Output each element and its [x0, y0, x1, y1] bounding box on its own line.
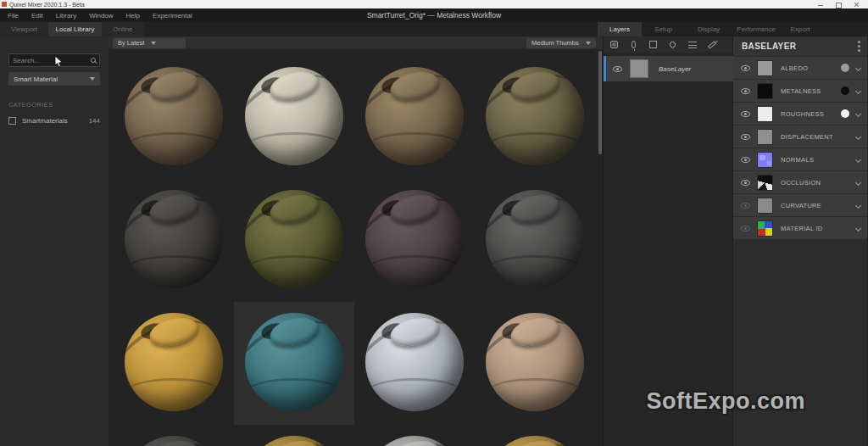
channel-row-occlusion[interactable]: OCCLUSION: [733, 171, 867, 193]
menu-file[interactable]: File: [8, 12, 19, 20]
channel-row-albedo[interactable]: ALBEDO: [733, 57, 867, 79]
visibility-eye-icon[interactable]: [741, 180, 750, 186]
chevron-down-icon[interactable]: [855, 225, 861, 231]
scrollbar-thumb[interactable]: [598, 51, 602, 154]
material-thumbnail[interactable]: [114, 302, 234, 425]
minimize-icon[interactable]: [818, 2, 824, 8]
layer-row-baselayer[interactable]: BaseLayer: [604, 56, 733, 81]
material-sphere-preview: [365, 67, 464, 165]
channel-panel: BASELAYER ALBEDO METALNESS ROUGHNESS: [732, 36, 867, 446]
droplet-icon[interactable]: [667, 39, 678, 50]
asset-type-value: Smart Material: [14, 75, 58, 83]
category-label: Smartmaterials: [22, 117, 68, 125]
category-item-smartmaterials[interactable]: Smartmaterials 144: [8, 117, 100, 125]
visibility-eye-icon[interactable]: [741, 111, 750, 117]
visibility-eye-icon[interactable]: [613, 66, 622, 72]
channel-label: NORMALS: [781, 156, 814, 164]
library-grid-panel: By Latest Medium Thumbs: [108, 36, 603, 446]
channel-row-roughness[interactable]: ROUGHNESS: [733, 103, 867, 125]
kebab-menu-icon[interactable]: [858, 41, 860, 52]
channel-color-swatch[interactable]: [841, 64, 849, 72]
channel-color-swatch[interactable]: [841, 86, 849, 95]
tab-export[interactable]: Export: [780, 22, 821, 36]
material-thumbnail[interactable]: [475, 179, 595, 302]
menu-edit[interactable]: Edit: [31, 12, 43, 20]
chevron-down-icon: [90, 77, 95, 81]
tab-performance[interactable]: Performance: [732, 22, 780, 36]
sort-value: By Latest: [118, 39, 144, 47]
material-sphere-preview: [125, 67, 223, 165]
chevron-down-icon: [586, 42, 591, 45]
menu-experimental[interactable]: Experimental: [153, 12, 192, 20]
paintbrush-icon[interactable]: [706, 39, 717, 50]
visibility-eye-icon[interactable]: [741, 88, 750, 94]
material-sphere-preview: [125, 436, 223, 446]
tab-local-library[interactable]: Local Library: [48, 22, 102, 36]
visibility-eye-icon[interactable]: [741, 157, 750, 163]
sort-dropdown[interactable]: By Latest: [113, 38, 186, 48]
material-sphere-preview: [245, 67, 343, 165]
channel-thumbnail: [757, 106, 773, 122]
channel-row-material-id[interactable]: MATERIAL ID: [733, 217, 867, 239]
material-thumbnail[interactable]: [114, 56, 234, 179]
thumb-size-dropdown[interactable]: Medium Thumbs: [526, 38, 596, 48]
chevron-down-icon[interactable]: [855, 87, 861, 93]
category-checkbox[interactable]: [8, 117, 16, 125]
layers-panel: BaseLayer: [603, 36, 732, 446]
list-icon[interactable]: [687, 39, 698, 50]
channel-row-displacement[interactable]: DISPLACEMENT: [733, 125, 867, 148]
categories-heading: CATEGORIES: [8, 101, 100, 109]
visibility-eye-icon[interactable]: [741, 65, 750, 71]
visibility-eye-icon[interactable]: [741, 203, 750, 209]
spray-icon[interactable]: [628, 39, 639, 50]
material-thumbnail[interactable]: [234, 425, 354, 446]
material-thumbnail[interactable]: [475, 302, 595, 425]
material-sphere-preview: [125, 190, 223, 288]
tab-online[interactable]: Online: [102, 22, 144, 36]
material-thumbnail[interactable]: [354, 302, 475, 425]
mask-icon[interactable]: [648, 39, 659, 50]
materials-grid: [108, 49, 596, 446]
material-thumbnail[interactable]: [114, 425, 234, 446]
material-thumbnail[interactable]: [114, 179, 234, 302]
menu-window[interactable]: Window: [89, 12, 113, 20]
chevron-down-icon[interactable]: [855, 110, 861, 116]
material-thumbnail[interactable]: [354, 179, 475, 302]
channel-row-normals[interactable]: NORMALS: [733, 148, 867, 170]
channel-row-metalness[interactable]: METALNESS: [733, 80, 867, 102]
material-thumbnail[interactable]: [234, 179, 354, 302]
material-thumbnail[interactable]: [234, 56, 354, 179]
app-icon: [2, 2, 7, 7]
material-thumbnail[interactable]: [475, 56, 595, 179]
tab-display[interactable]: Display: [685, 22, 732, 36]
chevron-down-icon[interactable]: [855, 64, 861, 70]
tab-viewport[interactable]: Viewport: [0, 22, 48, 36]
material-sphere-preview: [486, 67, 584, 165]
material-thumbnail[interactable]: [354, 56, 475, 179]
material-sphere-preview: [125, 313, 223, 411]
channel-color-swatch[interactable]: [841, 109, 849, 118]
tab-layers[interactable]: Layers: [598, 22, 642, 36]
chevron-down-icon[interactable]: [855, 179, 861, 185]
menu-help[interactable]: Help: [126, 12, 140, 20]
chevron-down-icon[interactable]: [855, 156, 861, 162]
chevron-down-icon[interactable]: [855, 202, 861, 208]
visibility-eye-icon[interactable]: [741, 134, 750, 140]
close-icon[interactable]: [854, 2, 860, 8]
search-input[interactable]: [13, 57, 91, 64]
chevron-down-icon[interactable]: [855, 133, 861, 139]
layer-tools: [604, 36, 732, 53]
visibility-eye-icon[interactable]: [741, 226, 750, 231]
channel-thumbnail: [757, 60, 773, 76]
material-thumbnail[interactable]: [475, 425, 595, 446]
menu-library[interactable]: Library: [56, 12, 76, 20]
channel-label: OCCLUSION: [781, 179, 821, 187]
material-thumbnail[interactable]: [234, 302, 354, 425]
asset-type-dropdown[interactable]: Smart Material: [8, 72, 100, 86]
channel-thumbnail: [757, 220, 773, 237]
channel-row-curvature[interactable]: CURVATURE: [733, 194, 867, 216]
maximize-icon[interactable]: [836, 2, 842, 8]
tab-setup[interactable]: Setup: [642, 22, 685, 36]
material-thumbnail[interactable]: [354, 425, 475, 446]
fill-layer-icon[interactable]: [609, 39, 620, 50]
